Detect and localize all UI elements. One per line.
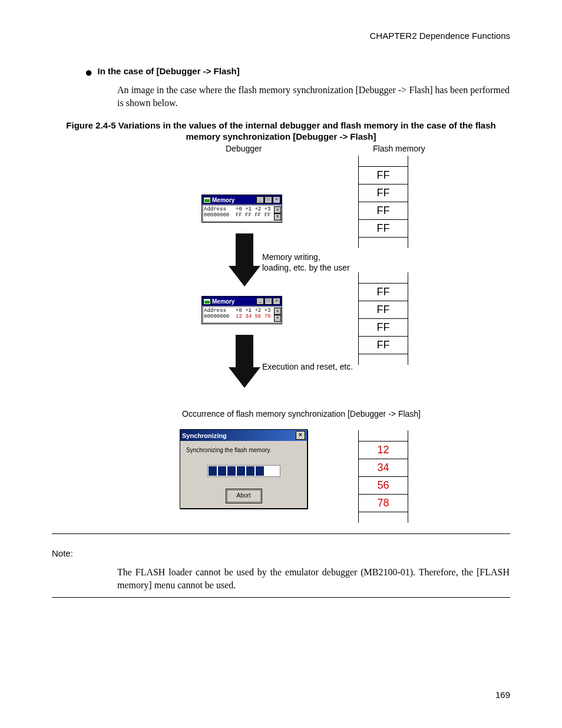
- scrollbar[interactable]: ▴ ▾: [274, 308, 280, 322]
- memory-window-titlebar: Memory _ □ ×: [202, 297, 282, 306]
- maximize-button[interactable]: □: [265, 196, 272, 203]
- memory-window-body: Address +0 +1 +2 +3 00080000 12 34 56 78…: [203, 307, 281, 323]
- flash-cell: FF: [359, 284, 408, 301]
- scroll-down-icon[interactable]: ▾: [274, 213, 281, 220]
- memory-window-body: Address +0 +1 +2 +3 00080000 FF FF FF FF…: [203, 205, 281, 222]
- note-separator-bottom: [52, 597, 510, 598]
- progress-bar: [207, 465, 280, 477]
- sync-dialog-titlebar: Synchronizing ×: [180, 430, 307, 441]
- flash-column-label: Flash memory: [373, 144, 425, 153]
- action-execution-reset: Execution and reset, etc.: [262, 362, 353, 373]
- memory-text: Address +0 +1 +2 +3 00080000 FF FF FF FF: [204, 206, 270, 220]
- note-label: Note:: [52, 548, 73, 558]
- page-header: CHAPTER2 Dependence Functions: [370, 31, 510, 41]
- memory-window-2: Memory _ □ × Address +0 +1 +2 +3 0008000…: [201, 296, 282, 324]
- page-number: 169: [495, 690, 510, 700]
- minimize-button[interactable]: _: [256, 298, 264, 305]
- down-arrow-1: [229, 233, 260, 286]
- flash-table-after-write: FF FF FF FF: [358, 272, 408, 365]
- flash-table-initial: FF FF FF FF: [358, 156, 408, 248]
- svg-marker-0: [229, 233, 260, 286]
- abort-button[interactable]: Abort: [227, 490, 261, 502]
- memory-window-title: Memory: [203, 197, 234, 203]
- section-title: In the case of [Debugger -> Flash]: [97, 66, 239, 76]
- maximize-button[interactable]: □: [265, 298, 272, 305]
- flash-cell: 56: [359, 477, 408, 495]
- memory-window-titlebar: Memory _ □ ×: [202, 195, 282, 205]
- flash-cell: FF: [359, 202, 408, 220]
- occurrence-label: Occurrence of flash memory synchronizati…: [182, 409, 421, 419]
- sync-dialog-body: Synchronizing the flash memory. Abort: [180, 441, 307, 508]
- flash-cell: FF: [359, 301, 408, 319]
- window-buttons: _ □ ×: [256, 196, 280, 203]
- synchronizing-dialog: Synchronizing × Synchronizing the flash …: [180, 429, 308, 509]
- memory-icon: [203, 298, 211, 305]
- debugger-column-label: Debugger: [226, 144, 262, 153]
- memory-text: Address +0 +1 +2 +3 00080000 12 34 56 78: [204, 308, 270, 322]
- intro-paragraph: An image in the case where the flash mem…: [117, 84, 510, 109]
- bullet-dot: ●: [85, 65, 92, 80]
- flash-cell: FF: [359, 319, 408, 337]
- flash-cell: FF: [359, 220, 408, 238]
- flash-cell: FF: [359, 337, 408, 354]
- scrollbar[interactable]: ▴ ▾: [274, 206, 280, 220]
- section-heading: ● In the case of [Debugger -> Flash]: [85, 66, 240, 77]
- flash-cell: FF: [359, 167, 408, 185]
- memory-window-title: Memory: [203, 298, 234, 305]
- sync-dialog-title: Synchronizing: [182, 432, 227, 439]
- close-button[interactable]: ×: [273, 196, 280, 203]
- svg-marker-1: [229, 335, 260, 388]
- scroll-down-icon[interactable]: ▾: [274, 315, 281, 322]
- memory-window-1: Memory _ □ × Address +0 +1 +2 +3 0008000…: [201, 195, 282, 223]
- down-arrow-2: [229, 335, 260, 388]
- flash-cell: 12: [359, 442, 408, 459]
- memory-title-text: Memory: [212, 298, 234, 305]
- window-buttons: _ □ ×: [256, 298, 280, 305]
- memory-icon: [203, 197, 211, 203]
- scroll-up-icon[interactable]: ▴: [274, 308, 281, 315]
- close-button[interactable]: ×: [296, 431, 305, 440]
- flash-cell: FF: [359, 185, 408, 202]
- figure-caption: Figure 2.4-5 Variations in the values of…: [52, 120, 510, 143]
- memory-title-text: Memory: [212, 197, 234, 203]
- close-button[interactable]: ×: [273, 298, 280, 305]
- flash-table-synced: 12 34 56 78: [358, 430, 408, 523]
- flash-cell: 34: [359, 459, 408, 477]
- note-paragraph: The FLASH loader cannot be used by the e…: [117, 566, 510, 591]
- minimize-button[interactable]: _: [256, 196, 264, 203]
- action-memory-writing: Memory writing, loading, etc. by the use…: [262, 252, 350, 273]
- flash-cell: 78: [359, 495, 408, 512]
- scroll-up-icon[interactable]: ▴: [274, 206, 281, 213]
- note-separator-top: [52, 533, 510, 534]
- sync-dialog-message: Synchronizing the flash memory.: [186, 447, 301, 453]
